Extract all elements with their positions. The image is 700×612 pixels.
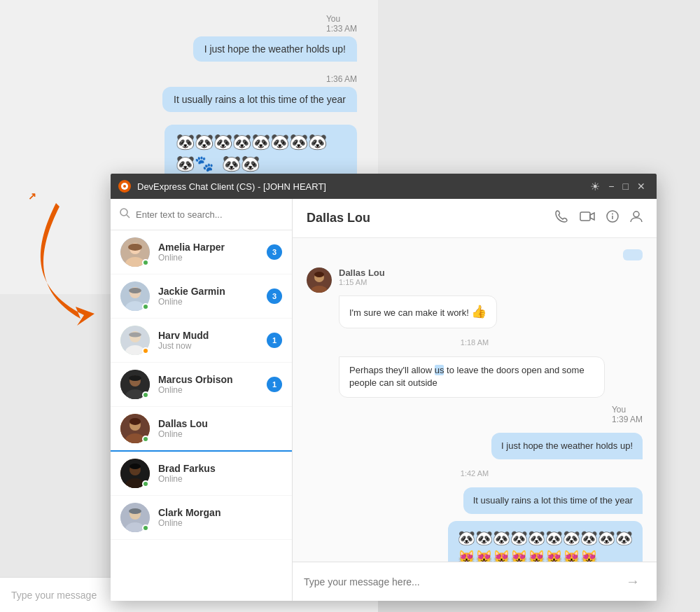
contact-name-dallas: Dallas Lou — [158, 418, 282, 429]
msg-avatar-dallas — [307, 267, 332, 293]
message-input[interactable] — [304, 576, 620, 587]
msg-sender-name-dallas: Dallas Lou — [339, 267, 385, 278]
svg-point-42 — [314, 272, 324, 277]
chat-header: Dallas Lou — [293, 199, 657, 238]
contact-name-amelia: Amelia Harper — [158, 242, 267, 253]
highlight-us: us — [435, 365, 444, 375]
info-icon[interactable] — [606, 210, 619, 226]
status-dot-brad — [142, 480, 149, 487]
contact-item-dallas[interactable]: Dallas Lou Online — [111, 407, 292, 452]
avatar-wrapper-clark — [120, 503, 150, 532]
unread-badge-jackie: 3 — [267, 288, 282, 304]
you-sender-label: You 1:39 AM — [612, 405, 643, 424]
svg-rect-34 — [580, 212, 590, 221]
dallas-bubble-wrapper-2: Perhaps they'll allow us to leave the do… — [339, 356, 643, 397]
contact-item-brad[interactable]: Brad Farkus Online — [111, 452, 292, 496]
chat-header-name: Dallas Lou — [307, 211, 554, 225]
contact-item-marcus[interactable]: Marcus Orbison Online 1 — [111, 363, 292, 407]
unread-badge-harv: 1 — [267, 333, 282, 348]
message-input-area: → — [293, 562, 657, 601]
thumbs-up-emoji: 👍 — [471, 305, 486, 319]
arrow-annotation: ↗ — [14, 189, 154, 343]
status-dot-marcus — [142, 391, 149, 398]
bg-message-1: You 1:33 AM I just hope the weather hold… — [21, 14, 357, 62]
bg-bubble-1: I just hope the weather holds up! — [193, 36, 357, 62]
bg-input-placeholder: Type your message — [11, 590, 97, 601]
svg-point-21 — [129, 375, 141, 381]
contact-name-clark: Clark Morgan — [158, 507, 282, 518]
bg-bubble-2: It usually rains a lot this time of the … — [162, 87, 357, 112]
title-bar-title: DevExpress Chat Client (CS) - [JOHN HEAR… — [137, 181, 590, 192]
contact-info-marcus: Marcus Orbison Online — [158, 374, 267, 395]
svg-point-3 — [123, 185, 126, 188]
contact-info-harv: Harv Mudd Just now — [158, 330, 267, 351]
contact-status-brad: Online — [158, 474, 282, 484]
svg-point-37 — [612, 214, 613, 215]
contact-status-jackie: Online — [158, 297, 267, 307]
bubble-you-emoji: 🐼🐼🐼🐼🐼🐼🐼🐼🐼🐼 😻😻😻😻😻😻😻😻 — [448, 521, 643, 562]
avatar-wrapper-marcus — [120, 370, 150, 399]
bg-time-2: 1:36 AM — [326, 74, 357, 84]
title-bar: DevExpress Chat Client (CS) - [JOHN HEAR… — [111, 174, 657, 199]
svg-point-25 — [130, 418, 141, 425]
svg-point-33 — [129, 508, 141, 514]
contact-name-marcus: Marcus Orbison — [158, 374, 267, 385]
bg-message-2: 1:36 AM It usually rains a lot this time… — [21, 74, 357, 112]
messages-area[interactable]: Dallas Lou 1:15 AM I'm sure we can make … — [293, 238, 657, 562]
chat-app-window: DevExpress Chat Client (CS) - [JOHN HEAR… — [111, 174, 657, 601]
contact-status-marcus: Online — [158, 385, 267, 395]
svg-text:↗: ↗ — [28, 190, 36, 202]
contact-name-brad: Brad Farkus — [158, 463, 282, 474]
message-group-you-1: I just hope the weather holds up! — [307, 433, 643, 459]
message-group-you-header: You 1:39 AM — [307, 405, 643, 426]
partial-scroll-message — [623, 249, 643, 260]
contact-status-harv: Just now — [158, 341, 267, 351]
avatar-wrapper-dallas — [120, 414, 150, 443]
bubble-dallas-2: Perhaps they'll allow us to leave the do… — [339, 356, 605, 397]
search-input[interactable] — [136, 209, 284, 220]
bg-msg-meta-2: 1:36 AM — [326, 74, 357, 84]
bubble-you-2: It usually rains a lot this time of the … — [463, 487, 643, 514]
contact-status-amelia: Online — [158, 253, 267, 263]
dallas-bubble-wrapper-1: I'm sure we can make it work! 👍 — [339, 295, 497, 328]
chat-panel: Dallas Lou — [293, 199, 657, 601]
status-dot-harv — [142, 347, 149, 354]
status-dot-dallas — [142, 436, 149, 443]
minimize-button[interactable]: − — [604, 180, 618, 193]
sender-info-dallas: Dallas Lou 1:15 AM — [307, 267, 385, 293]
unread-badge-amelia: 3 — [267, 244, 282, 260]
msg-sender-meta-dallas: Dallas Lou 1:15 AM — [339, 267, 385, 286]
contact-info-amelia: Amelia Harper Online — [158, 242, 267, 263]
maximize-button[interactable]: □ — [619, 180, 633, 193]
bubble-you-1: I just hope the weather holds up! — [491, 433, 643, 459]
sun-icon[interactable]: ☀ — [590, 180, 600, 193]
contact-name-harv: Harv Mudd — [158, 330, 267, 341]
message-group-you-2: It usually rains a lot this time of the … — [307, 487, 643, 514]
video-icon[interactable] — [580, 209, 595, 227]
contact-info-brad: Brad Farkus Online — [158, 463, 282, 484]
unread-badge-marcus: 1 — [267, 377, 282, 392]
timestamp-118: 1:18 AM — [307, 338, 643, 347]
bubble-dallas-1: I'm sure we can make it work! 👍 — [339, 295, 497, 328]
chat-content: Amelia Harper Online 3 — [111, 199, 657, 601]
avatar-wrapper-brad — [120, 459, 150, 488]
contact-info-clark: Clark Morgan Online — [158, 507, 282, 528]
svg-point-29 — [130, 464, 141, 469]
contact-status-clark: Online — [158, 518, 282, 528]
contact-item-clark[interactable]: Clark Morgan Online — [111, 496, 292, 540]
close-button[interactable]: ✕ — [633, 180, 650, 193]
status-dot-clark — [142, 524, 149, 531]
chat-header-actions — [554, 209, 643, 227]
message-group-dallas-1: Dallas Lou 1:15 AM I'm sure we can make … — [307, 267, 643, 328]
bg-msg-meta-1: You 1:33 AM — [326, 14, 357, 34]
message-group-you-emoji: 🐼🐼🐼🐼🐼🐼🐼🐼🐼🐼 😻😻😻😻😻😻😻😻 — [307, 521, 643, 562]
phone-icon[interactable] — [554, 209, 568, 227]
send-button[interactable]: → — [620, 571, 645, 592]
bg-sender-1: You — [326, 14, 340, 24]
contact-name-jackie: Jackie Garmin — [158, 286, 267, 297]
contact-status-dallas: Online — [158, 429, 282, 439]
contact-info-dallas: Dallas Lou Online — [158, 418, 282, 439]
bg-time-1: 1:33 AM — [326, 24, 357, 34]
msg-time-dallas-1: 1:15 AM — [339, 278, 385, 286]
person-icon[interactable] — [630, 210, 643, 226]
